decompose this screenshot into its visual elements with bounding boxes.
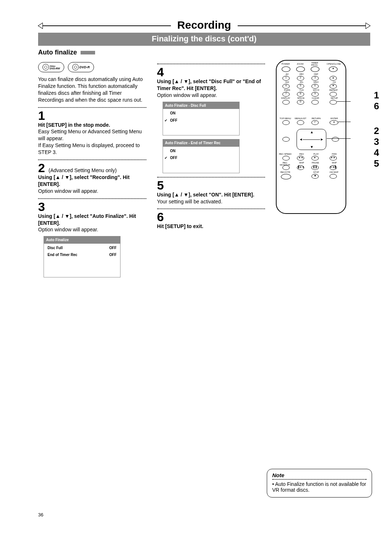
step-1-num: 1 (38, 109, 146, 122)
remote-label-timer: TIMER PROG. (309, 62, 321, 66)
callout-1: 1 (374, 90, 383, 101)
step-3-bold: Using [▲ / ▼], select "Auto Finalize". H… (38, 213, 146, 227)
remote-label-open: OPEN/CLOSE (327, 63, 339, 65)
osd-header: Auto Finalize - Disc Full (163, 102, 239, 109)
osd-auto-finalize: Auto Finalize Disc Full OFF End of Timer… (44, 236, 121, 277)
remote-button: 6 (311, 84, 319, 89)
divider (38, 198, 146, 199)
banner-arrow-left (38, 23, 43, 29)
remote-button (296, 66, 305, 72)
remote-button (297, 120, 304, 125)
divider (157, 64, 265, 64)
remote-button (282, 66, 290, 72)
check-icon: ✔ (164, 118, 167, 123)
step-6-num: 6 (157, 211, 265, 223)
osd-row: Disc Full OFF (44, 244, 120, 252)
osd-row: ✔ OFF (163, 154, 239, 162)
step-3-text1: Option window will appear. (38, 226, 146, 233)
remote-button: 3 (311, 76, 319, 81)
callout-4: 4 (374, 147, 383, 158)
remote-button: 7 (282, 92, 290, 97)
osd-row: End of Timer Rec OFF (44, 251, 120, 259)
section-title-text: Auto finalize (38, 49, 77, 56)
dpad-up-icon: ▲ (310, 130, 314, 134)
remote-button (282, 100, 290, 105)
remote-button (332, 137, 339, 142)
page-number: 36 (38, 512, 43, 517)
remote-button: 0 (297, 100, 304, 105)
callout-3: 3 (374, 136, 383, 147)
skip-fwd-icon: ►►▌ (330, 165, 337, 170)
note-title: Note (272, 472, 367, 478)
column-middle: 4 Using [▲ / ▼], select "Disc Full" or "… (157, 60, 265, 230)
fwd-icon: ►► (330, 156, 337, 161)
step-2-text1: Option window will appear. (38, 188, 146, 195)
remote-button (282, 156, 290, 161)
remote-button: 9 (311, 92, 319, 97)
step-1-bold: Hit [SETUP] in the stop mode. (38, 122, 146, 129)
dpad-down-icon: ▼ (310, 145, 314, 149)
section-title: Auto finalize (38, 49, 370, 56)
divider (38, 107, 146, 108)
callout-2: 2 (374, 125, 383, 137)
remote-button (282, 165, 290, 170)
remote-button: 5 (297, 84, 304, 89)
ch-down-icon: ▼ (330, 84, 337, 89)
osd-row: ON (163, 147, 239, 155)
rec-button (281, 174, 291, 179)
divider (157, 208, 265, 209)
remote-button: 4 (282, 84, 290, 89)
remote-button (330, 92, 337, 97)
callout-5: 5 (374, 158, 383, 169)
eject-icon: ▲ (329, 66, 338, 72)
remote-button: 8 (297, 92, 304, 97)
stop-icon: ■ (311, 174, 319, 179)
callout-6: 6 (374, 101, 383, 112)
divider (157, 177, 265, 178)
ch-up-icon: ▲ (330, 76, 337, 81)
callout-line (337, 101, 351, 102)
section-marker (81, 51, 95, 54)
callout-line (327, 138, 351, 139)
osd-header: Auto Finalize - End of Timer Rec (163, 139, 239, 147)
step-5-text1: Your setting will be activated. (157, 198, 265, 205)
osd-row: ✔ OFF (163, 117, 239, 124)
dpad-left-icon: ◄ (299, 137, 303, 141)
sub-banner: Finalizing the discs (cont'd) (38, 33, 370, 46)
column-remote: POWER ZOOM TIMER PROG. OPEN/CLOSE ▲ .@/:… (276, 60, 370, 214)
remote-button: 1 (282, 76, 290, 81)
intro-text: You can finalize discs automatically usi… (38, 76, 146, 103)
remote-button: 2 (297, 76, 304, 81)
column-left: VideoDVD-RW DVD-R You can finalize discs… (38, 60, 146, 281)
rev-icon: ◄◄ (297, 156, 304, 161)
divider (38, 159, 146, 160)
dvd-r-icon: DVD-R (68, 62, 94, 72)
pause-icon: ❚❚ (311, 165, 319, 170)
step-2-num: 2 (38, 161, 45, 175)
enter-button: ● (330, 120, 338, 125)
step-4-num: 4 (157, 66, 265, 78)
return-icon: ↩ (311, 120, 319, 125)
osd-disc-full: Auto Finalize - Disc Full ON ✔ OFF (163, 102, 240, 136)
osd-row: ON (163, 110, 239, 117)
step-2-note: (Advanced Setting Menu only) (49, 167, 117, 173)
chapter-title: Recording (171, 19, 237, 31)
step-2-bold: Using [▲ / ▼], select "Recording". Hit [… (38, 174, 146, 188)
disc-icons: VideoDVD-RW DVD-R (38, 62, 146, 72)
skip-back-icon: ▐◄◄ (297, 165, 304, 170)
note-box: Note • Auto Finalize function is not ava… (267, 469, 372, 498)
callout-line (338, 122, 351, 122)
step-4-bold: Using [▲ / ▼], select "Disc Full" or "En… (157, 78, 265, 92)
note-text: • Auto Finalize function is not availabl… (272, 481, 367, 493)
step-1-text2: If Easy Setting Menu is displayed, proce… (38, 142, 146, 156)
osd-header: Auto Finalize (44, 236, 120, 244)
remote-button (311, 66, 319, 72)
banner-arrow-right (366, 23, 371, 29)
chapter-banner: Recording (38, 25, 370, 26)
step-5-num: 5 (157, 179, 265, 191)
step-5-bold: Using [▲ / ▼], select "ON". Hit [ENTER]. (157, 191, 265, 198)
play-icon: ► (311, 156, 319, 161)
remote-button (311, 100, 319, 105)
setup-button (330, 100, 337, 105)
remote-button (330, 174, 337, 179)
